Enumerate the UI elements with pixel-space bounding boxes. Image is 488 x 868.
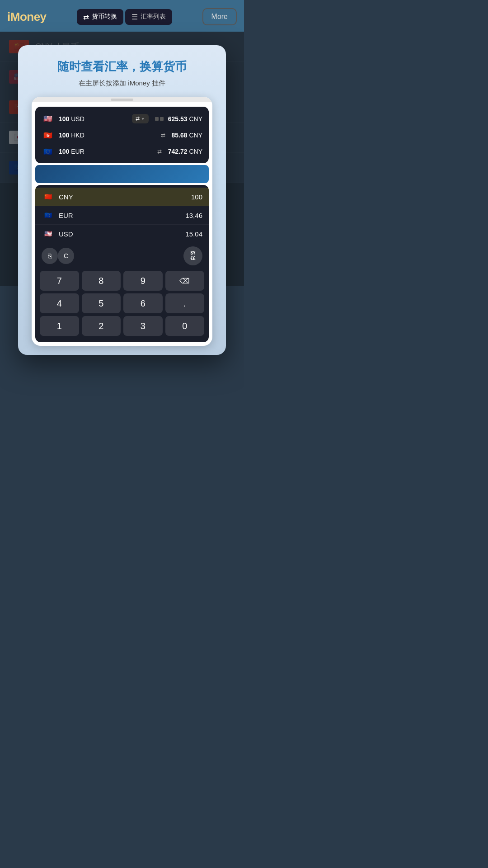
key-4[interactable]: 4 <box>40 293 79 313</box>
widget-hkd-amount: 100 HKD <box>59 132 155 139</box>
header-tabs: ⇄ 货币转换 ☰ 汇率列表 <box>51 9 198 25</box>
widget-hkd-result: 85.68 CNY <box>172 132 203 139</box>
widget-row-eur: 🇪🇺 100 EUR ⇄ 742.72 CNY <box>35 143 209 160</box>
flag-usd-widget: 🇺🇸 <box>42 114 54 123</box>
widget-usd-result: 625.53 CNY <box>168 115 202 123</box>
conv-value-cny: 100 <box>191 193 202 201</box>
key-dot[interactable]: . <box>165 293 205 313</box>
arrow-hkd: ⇄ <box>161 132 165 138</box>
key-8[interactable]: 8 <box>82 271 121 291</box>
widget-eur-amount: 100 EUR <box>59 148 151 155</box>
flag-eur-widget: 🇪🇺 <box>42 147 54 156</box>
widget-row-hkd: 🇭🇰 100 HKD ⇄ 85.68 CNY <box>35 127 209 143</box>
conv-currency-cny: CNY <box>59 193 187 201</box>
conv-currency-eur: EUR <box>59 212 181 219</box>
phone-mockup: 🇺🇸 100 USD ⇄ ▼ 625.53 CNY 🇭🇰 <box>32 97 212 346</box>
key-9[interactable]: 9 <box>123 271 163 291</box>
arrow-eur: ⇄ <box>157 148 162 155</box>
widget-converter: 🇨🇳 CNY 100 🇪🇺 EUR 13,46 🇺🇸 USD 15.04 ⎘ C <box>35 185 209 342</box>
key-6[interactable]: 6 <box>123 293 163 313</box>
tab-convert-label: 货币转换 <box>92 13 117 21</box>
currency-symbols-button[interactable]: $¥€£ <box>183 246 202 265</box>
conv-value-eur: 13,46 <box>185 212 202 219</box>
flag-usd-conv: 🇺🇸 <box>42 229 54 238</box>
converter-row-eur[interactable]: 🇪🇺 EUR 13,46 <box>35 206 209 225</box>
clear-button[interactable]: C <box>58 248 74 264</box>
key-0[interactable]: 0 <box>165 316 205 336</box>
promo-modal: 随时查看汇率，换算货币 在主屏长按添加 iMoney 挂件 🇺🇸 100 USD… <box>18 45 226 355</box>
key-5[interactable]: 5 <box>82 293 121 313</box>
keypad-tools-row: ⎘ C $¥€£ <box>35 243 209 269</box>
phone-blue-strip <box>35 165 209 183</box>
key-2[interactable]: 2 <box>82 316 121 336</box>
flag-eur-conv: 🇪🇺 <box>42 211 54 220</box>
modal-subtitle: 在主屏长按添加 iMoney 挂件 <box>27 79 217 88</box>
widget-row-usd: 🇺🇸 100 USD ⇄ ▼ 625.53 CNY <box>35 110 209 127</box>
widget-swap-button[interactable]: ⇄ ▼ <box>132 114 149 123</box>
converter-row-cny[interactable]: 🇨🇳 CNY 100 <box>35 188 209 206</box>
app-logo: iMoney <box>7 10 47 24</box>
widget-eur-result: 742.72 CNY <box>168 148 202 155</box>
converter-row-usd[interactable]: 🇺🇸 USD 15.04 <box>35 225 209 243</box>
keypad: 7 8 9 ⌫ 4 5 6 . 1 2 3 0 <box>35 269 209 340</box>
flag-hkd-widget: 🇭🇰 <box>42 131 54 140</box>
tab-rates[interactable]: ☰ 汇率列表 <box>125 9 172 25</box>
widget-usd-amount: 100 USD <box>59 115 127 123</box>
key-3[interactable]: 3 <box>123 316 163 336</box>
copy-button[interactable]: ⎘ <box>42 248 58 264</box>
flag-cny-conv: 🇨🇳 <box>42 192 54 201</box>
key-7[interactable]: 7 <box>40 271 79 291</box>
rates-icon: ☰ <box>131 13 138 21</box>
more-button[interactable]: More <box>202 8 237 25</box>
tab-rates-label: 汇率列表 <box>141 13 166 21</box>
conv-value-usd: 15.04 <box>185 230 202 238</box>
widget-exchange-rates: 🇺🇸 100 USD ⇄ ▼ 625.53 CNY 🇭🇰 <box>35 107 209 163</box>
modal-title: 随时查看汇率，换算货币 <box>27 59 217 75</box>
conv-currency-usd: USD <box>59 230 181 238</box>
convert-icon: ⇄ <box>83 13 89 21</box>
app-header: iMoney ⇄ 货币转换 ☰ 汇率列表 More <box>0 0 244 32</box>
key-1[interactable]: 1 <box>40 316 79 336</box>
key-delete[interactable]: ⌫ <box>165 271 205 291</box>
tab-convert[interactable]: ⇄ 货币转换 <box>77 9 123 25</box>
